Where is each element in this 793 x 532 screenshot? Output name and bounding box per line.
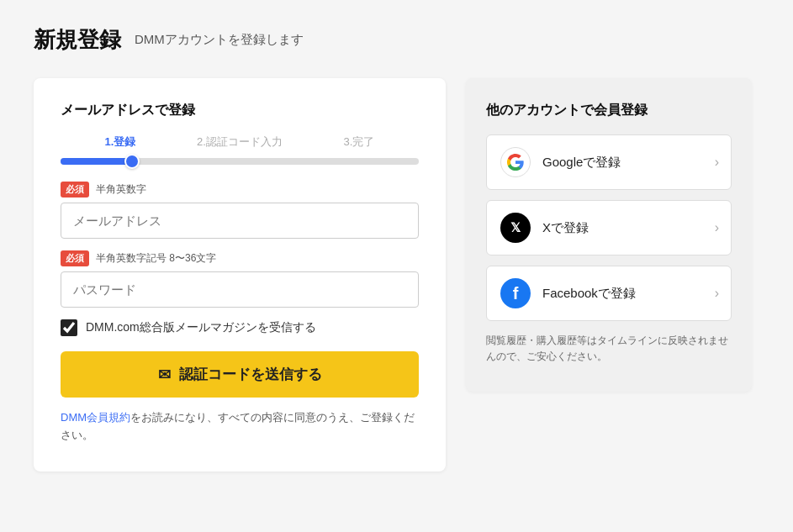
x-register-button[interactable]: 𝕏 Xで登録 ›	[486, 200, 732, 255]
email-input[interactable]	[61, 203, 419, 239]
page-title: 新規登録	[34, 25, 121, 55]
password-field-row: 必須 半角英数字記号 8〜36文字	[61, 250, 419, 308]
terms-link[interactable]: DMM会員規約	[61, 411, 130, 424]
right-panel: 他のアカウントで会員登録 Googleで登録 › 𝕏 Xで登録 › f Fa	[466, 78, 752, 392]
page-subtitle: DMMアカウントを登録します	[135, 32, 304, 48]
email-field-meta: 必須 半角英数字	[61, 182, 419, 198]
newsletter-checkbox-row: DMM.com総合版メールマガジンを受信する	[61, 319, 419, 336]
google-register-button[interactable]: Googleで登録 ›	[486, 134, 732, 190]
submit-button[interactable]: ✉ 認証コードを送信する	[61, 351, 419, 398]
facebook-chevron-icon: ›	[715, 286, 719, 301]
password-required-badge: 必須	[61, 250, 89, 266]
submit-button-label: 認証コードを送信する	[179, 365, 322, 384]
newsletter-checkbox[interactable]	[61, 319, 77, 336]
password-input[interactable]	[61, 271, 419, 308]
right-section-title: 他のアカウントで会員登録	[486, 102, 732, 119]
social-note: 閲覧履歴・購入履歴等はタイムラインに反映されませんので、ご安心ください。	[486, 333, 732, 365]
facebook-icon: f	[500, 278, 531, 308]
step-1-label: 1.登録	[61, 134, 180, 150]
email-field-row: 必須 半角英数字	[61, 182, 419, 239]
password-field-meta: 必須 半角英数字記号 8〜36文字	[61, 250, 419, 266]
progress-bar	[61, 158, 419, 165]
google-button-label: Googleで登録	[542, 155, 621, 171]
progress-bar-fill	[61, 158, 132, 165]
left-panel: メールアドレスで登録 1.登録 2.認証コード入力 3.完了 必須 半角英数字 …	[34, 78, 446, 471]
steps-row: 1.登録 2.認証コード入力 3.完了	[61, 134, 419, 150]
step-2-label: 2.認証コード入力	[180, 134, 299, 150]
content-area: メールアドレスで登録 1.登録 2.認証コード入力 3.完了 必須 半角英数字 …	[34, 78, 759, 471]
email-required-badge: 必須	[61, 182, 89, 198]
terms-text: DMM会員規約をお読みになり、すべての内容に同意のうえ、ご登録ください。	[61, 409, 419, 445]
facebook-button-label: Facebookで登録	[542, 286, 636, 302]
google-chevron-icon: ›	[715, 155, 719, 170]
password-field-hint: 半角英数字記号 8〜36文字	[96, 251, 216, 266]
email-field-hint: 半角英数字	[96, 182, 146, 197]
x-button-label: Xで登録	[542, 220, 589, 236]
x-icon: 𝕏	[500, 213, 531, 243]
progress-bar-thumb	[124, 154, 140, 169]
facebook-register-button[interactable]: f Facebookで登録 ›	[486, 266, 732, 321]
mail-icon: ✉	[158, 366, 171, 384]
google-icon	[500, 147, 531, 177]
page-header: 新規登録 DMMアカウントを登録します	[34, 25, 759, 55]
newsletter-checkbox-label[interactable]: DMM.com総合版メールマガジンを受信する	[86, 320, 316, 335]
left-section-title: メールアドレスで登録	[61, 102, 419, 119]
x-chevron-icon: ›	[715, 220, 719, 235]
step-3-label: 3.完了	[299, 134, 419, 150]
